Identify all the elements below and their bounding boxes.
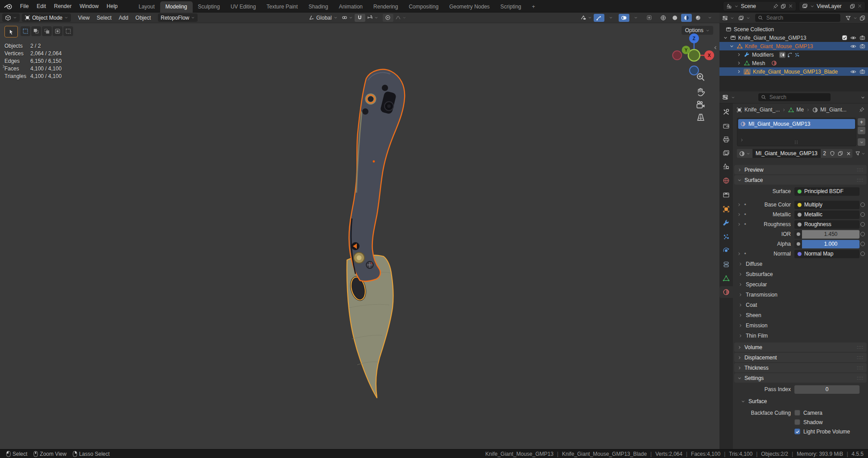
properties-search-input[interactable]: [769, 94, 828, 101]
gizmo-axis-x[interactable]: X: [704, 50, 714, 60]
viewlayer-selector[interactable]: ViewLayer: [799, 1, 865, 11]
menu-render[interactable]: Render: [50, 2, 75, 10]
xray-toggle[interactable]: [644, 14, 654, 22]
tab-animation[interactable]: Animation: [334, 1, 368, 12]
breadcrumb-material[interactable]: MI_Giant...: [820, 107, 847, 113]
editor-type-button[interactable]: [2, 13, 20, 22]
gizmo-axis-z[interactable]: Z: [689, 33, 699, 43]
material-name-field[interactable]: MI_Giant_Mouse_GMP13: [752, 149, 821, 158]
outliner-display-mode-icon[interactable]: [722, 15, 728, 21]
new-material-button[interactable]: [836, 149, 844, 158]
expand-icon[interactable]: [736, 252, 742, 256]
shading-rendered[interactable]: [693, 14, 703, 22]
outliner-filter-image-icon[interactable]: [738, 15, 744, 21]
breadcrumb-object[interactable]: Knife_Giant_...: [744, 107, 780, 113]
gizmo-axis-neg-x[interactable]: [673, 51, 682, 60]
breadcrumb-mesh[interactable]: Me: [796, 107, 804, 113]
outliner-row-collection[interactable]: Knife_Giant_Mouse_GMP13: [719, 33, 868, 42]
outliner-row-modifiers[interactable]: Modifiers: [719, 50, 868, 59]
overlays-dropdown[interactable]: [630, 14, 641, 22]
nodetree-button[interactable]: [855, 151, 865, 156]
subpanel-emission[interactable]: Emission: [733, 320, 868, 330]
new-viewlayer-icon[interactable]: [850, 4, 855, 9]
tab-material[interactable]: [719, 286, 733, 298]
filter-funnel-icon[interactable]: [845, 15, 851, 21]
visibility-button[interactable]: [579, 14, 593, 22]
backface-shadow-checkbox[interactable]: [794, 419, 800, 425]
select-mode-intersect-button[interactable]: [63, 26, 73, 36]
tab-modeling[interactable]: Modeling: [160, 1, 193, 12]
panel-grip[interactable]: ::::: [857, 355, 864, 360]
unlink-material-button[interactable]: [844, 149, 852, 158]
proportional-falloff-button[interactable]: [394, 14, 407, 22]
metallic-field[interactable]: Metallic: [794, 210, 860, 219]
panel-thickness[interactable]: Thickness ::::: [734, 363, 867, 372]
gizmo-axis-y[interactable]: Y: [682, 46, 690, 54]
tab-layout[interactable]: Layout: [133, 1, 160, 12]
active-tool-tweak-button[interactable]: [4, 26, 18, 37]
proportional-editing-toggle[interactable]: [383, 14, 393, 22]
tab-texture-paint[interactable]: Texture Paint: [261, 1, 303, 12]
hide-eye-icon[interactable]: [850, 35, 856, 41]
shading-dropdown[interactable]: [704, 14, 715, 22]
render-camera-icon[interactable]: [860, 35, 865, 41]
list-filter-toggle-icon[interactable]: [740, 138, 744, 142]
pan-hand-icon[interactable]: [696, 87, 706, 97]
new-scene-icon[interactable]: [781, 4, 786, 9]
material-users-button[interactable]: 2: [821, 149, 829, 158]
decorator[interactable]: [860, 242, 865, 246]
particles-icon[interactable]: [794, 52, 800, 58]
tab-compositing[interactable]: Compositing: [403, 1, 444, 12]
knife-model[interactable]: [332, 67, 413, 410]
disclosure-closed-icon[interactable]: [736, 69, 741, 74]
hide-eye-icon[interactable]: [850, 43, 856, 50]
select-mode-invert-button[interactable]: [53, 26, 62, 36]
normal-field[interactable]: Normal Map: [794, 250, 860, 258]
outliner-search-input[interactable]: [765, 14, 838, 21]
add-slot-button[interactable]: +: [858, 118, 865, 126]
tab-modifiers[interactable]: [719, 217, 733, 229]
select-mode-extend-button[interactable]: [31, 26, 41, 36]
menu-file[interactable]: File: [16, 2, 33, 10]
subpanel-subsurface[interactable]: Subsurface: [733, 269, 868, 279]
expand-icon[interactable]: [736, 212, 742, 217]
decorator[interactable]: [860, 222, 865, 227]
decorator[interactable]: [860, 202, 865, 207]
navigation-gizmo[interactable]: Y Z X: [669, 29, 719, 82]
tab-geometry-nodes[interactable]: Geometry Nodes: [444, 1, 495, 12]
subpanel-settings-surface[interactable]: Surface: [733, 396, 868, 406]
properties-editor-icon[interactable]: [722, 94, 728, 100]
select-mode-subtract-button[interactable]: [42, 26, 52, 36]
slot-specials-button[interactable]: [858, 138, 865, 146]
outliner-row-object-blade[interactable]: Knife_Giant_Mouse_GMP13_Blade: [719, 67, 868, 76]
shading-material-preview[interactable]: [681, 14, 692, 22]
remove-slot-button[interactable]: −: [858, 127, 865, 134]
tab-tool[interactable]: [719, 106, 733, 118]
disclosure-open-icon[interactable]: [723, 35, 728, 40]
orientation-button[interactable]: Global: [306, 14, 340, 22]
tab-physics[interactable]: [719, 245, 733, 256]
menu-window[interactable]: Window: [75, 2, 103, 10]
surface-shader-field[interactable]: Principled BSDF: [794, 187, 860, 196]
tab-constraints[interactable]: [719, 259, 733, 270]
retopoflow-menu[interactable]: RetopoFlow: [158, 13, 198, 22]
pin-icon[interactable]: [859, 107, 864, 112]
panel-surface[interactable]: Surface ::::: [734, 175, 867, 185]
render-camera-icon[interactable]: [860, 43, 865, 49]
expand-icon[interactable]: [736, 202, 742, 207]
panel-settings[interactable]: Settings ::::: [734, 373, 867, 383]
camera-view-icon[interactable]: [696, 100, 706, 110]
select-mode-set-button[interactable]: [21, 26, 30, 36]
ior-slider[interactable]: 1.450: [802, 230, 860, 239]
base-color-field[interactable]: Multiply: [794, 201, 860, 209]
tab-render[interactable]: [719, 120, 733, 132]
tab-rendering[interactable]: Rendering: [368, 1, 403, 12]
backface-camera-checkbox[interactable]: [794, 410, 800, 416]
new-collection-icon[interactable]: [860, 15, 865, 21]
panel-grip[interactable]: ::::: [857, 375, 864, 380]
shading-wireframe[interactable]: [658, 14, 669, 22]
menu-view[interactable]: View: [74, 14, 93, 22]
roughness-field[interactable]: Roughness: [794, 220, 860, 229]
properties-options-icon[interactable]: [860, 95, 865, 100]
mode-selector[interactable]: Object Mode: [22, 13, 71, 22]
